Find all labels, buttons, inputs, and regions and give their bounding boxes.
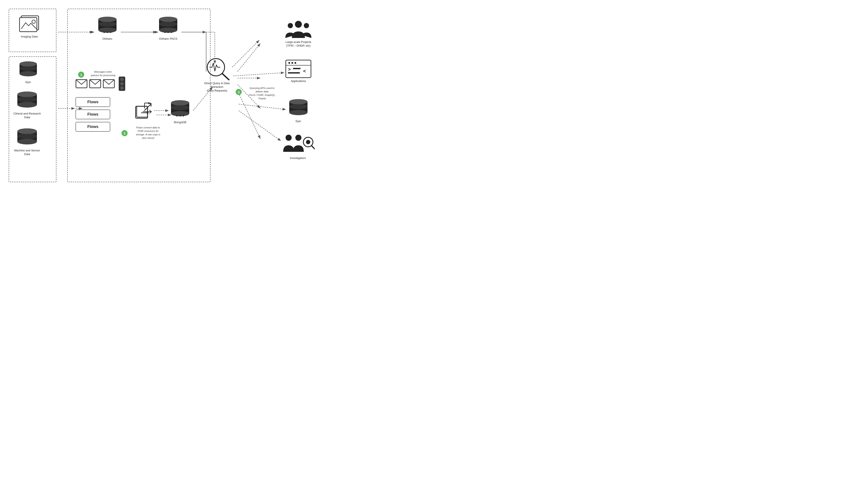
orthanc-pacs-icon xyxy=(156,16,180,36)
mongodb-node: MongoDB xyxy=(168,100,192,124)
svg-point-27 xyxy=(18,128,37,134)
diagram: Imaging Data Epic Clinical and ResearchD… xyxy=(0,0,347,195)
orthanc-pacs-node: Orthanc PACS xyxy=(156,16,180,41)
svg-text:>: > xyxy=(288,67,291,72)
imaging-icon xyxy=(18,14,41,34)
svg-line-65 xyxy=(222,74,229,80)
traffic-light-icon xyxy=(117,76,127,91)
epic-right-node: Epic xyxy=(286,99,310,123)
machine-icon xyxy=(13,128,41,148)
step-3-annotation: Querying APIs used todeliver data(Torch … xyxy=(243,86,281,100)
svg-point-34 xyxy=(103,32,105,33)
svg-point-87 xyxy=(306,140,310,144)
svg-point-21 xyxy=(18,102,37,107)
svg-point-32 xyxy=(98,17,117,22)
svg-point-43 xyxy=(167,32,169,33)
orthanc-node: Orthanc xyxy=(95,16,119,41)
svg-point-60 xyxy=(171,105,189,110)
direct-query-node: Direct Query & DataExtraction(Data Reque… xyxy=(203,56,231,93)
flow-box-1: Flows xyxy=(75,97,110,107)
middle-box xyxy=(67,9,211,182)
svg-point-16 xyxy=(20,71,37,76)
svg-point-66 xyxy=(295,21,302,28)
step-2-annotation: Flows convert data toFHIR resources fors… xyxy=(130,126,166,140)
investigators-node: Investigators xyxy=(281,132,315,160)
envelope-2-icon xyxy=(89,79,101,88)
svg-line-97 xyxy=(233,73,284,76)
applications-icon: > < xyxy=(285,60,311,78)
svg-line-96 xyxy=(232,40,259,67)
svg-point-35 xyxy=(107,32,108,33)
flow-box-2: Flows xyxy=(75,109,110,119)
envelope-1-icon xyxy=(75,79,88,88)
step-3-circle: 3 xyxy=(236,89,242,95)
svg-point-22 xyxy=(18,92,37,97)
clinical-icon xyxy=(13,91,41,110)
svg-point-36 xyxy=(110,32,111,33)
svg-point-51 xyxy=(120,86,124,90)
svg-point-71 xyxy=(291,62,293,64)
svg-rect-55 xyxy=(135,106,148,118)
svg-point-83 xyxy=(286,135,292,141)
svg-point-84 xyxy=(295,135,302,141)
svg-rect-12 xyxy=(20,18,37,32)
epic-top-icon xyxy=(16,61,40,79)
machine-sensor-node: Machine and SensorData xyxy=(13,128,41,156)
imaging-data-node: Imaging Data xyxy=(18,14,41,39)
investigators-icon xyxy=(281,132,315,155)
svg-point-59 xyxy=(171,100,189,105)
export-icon-wrapper xyxy=(134,101,154,121)
svg-point-26 xyxy=(18,139,37,144)
svg-point-68 xyxy=(304,23,309,28)
svg-point-33 xyxy=(98,22,117,27)
flow-boxes: Flows Flows Flows xyxy=(75,97,110,132)
svg-point-62 xyxy=(180,115,181,117)
svg-point-23 xyxy=(18,97,37,102)
export-icon xyxy=(134,101,154,120)
svg-point-63 xyxy=(183,115,184,117)
svg-point-80 xyxy=(289,110,308,115)
svg-point-70 xyxy=(288,62,290,64)
svg-point-82 xyxy=(289,104,308,109)
step-1-annotation: Messages enterqueues for processing xyxy=(86,70,120,77)
svg-point-28 xyxy=(18,133,37,139)
svg-point-50 xyxy=(120,82,124,86)
epic-top-node: Epic xyxy=(16,61,40,84)
clinical-research-node: Clinical and ResearchData xyxy=(13,91,41,119)
epic-right-icon xyxy=(286,99,310,118)
svg-rect-75 xyxy=(293,68,301,69)
svg-rect-76 xyxy=(288,72,300,73)
mongodb-icon xyxy=(168,100,192,119)
step-2-circle: 2 xyxy=(122,130,128,136)
svg-line-98 xyxy=(239,104,286,109)
step-1-circle: 1 xyxy=(78,72,84,78)
svg-line-99 xyxy=(239,110,281,141)
svg-text:<: < xyxy=(303,68,306,74)
svg-point-18 xyxy=(20,66,37,71)
large-scale-node: Large-scale Projects(TFRI – DHDP, etc) xyxy=(284,20,312,48)
flow-box-3: Flows xyxy=(75,122,110,132)
orthanc-icon xyxy=(95,16,119,36)
svg-point-44 xyxy=(171,32,172,33)
applications-node: > < Applications xyxy=(285,60,311,83)
svg-point-67 xyxy=(288,23,293,28)
svg-point-49 xyxy=(120,78,124,81)
envelope-3-icon xyxy=(103,79,115,88)
svg-point-81 xyxy=(289,99,308,104)
svg-line-7 xyxy=(238,43,260,72)
direct-query-icon xyxy=(203,56,231,80)
svg-point-61 xyxy=(176,115,178,117)
svg-point-72 xyxy=(294,62,296,64)
svg-point-41 xyxy=(159,22,177,27)
message-icons xyxy=(75,79,127,91)
large-scale-icon xyxy=(284,20,312,39)
svg-point-40 xyxy=(159,17,177,22)
svg-line-86 xyxy=(312,146,315,150)
svg-point-42 xyxy=(164,32,165,33)
